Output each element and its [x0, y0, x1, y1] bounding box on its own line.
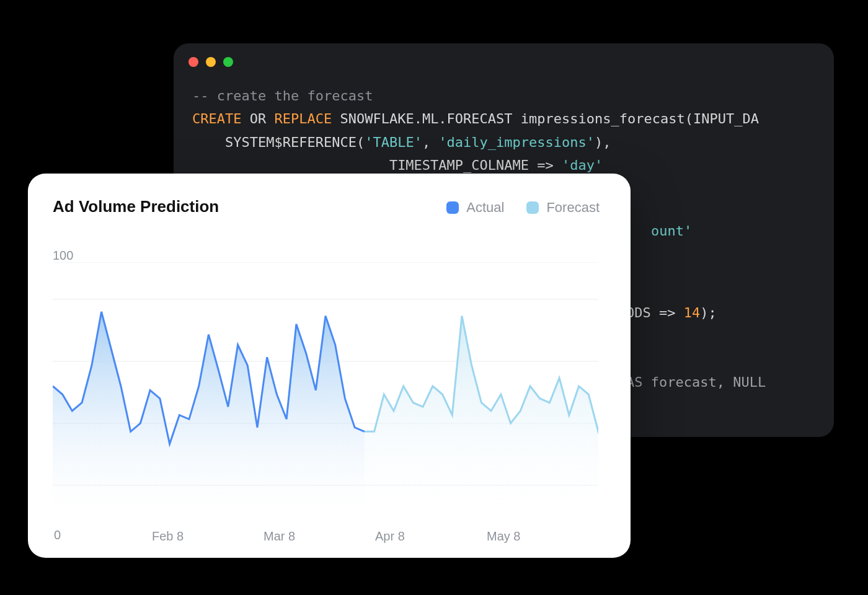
legend-label: Forecast — [546, 200, 600, 216]
legend-forecast: Forecast — [526, 200, 600, 216]
chart-card: Ad Volume Prediction Actual Forecast 100 — [28, 174, 631, 558]
minimize-icon[interactable] — [206, 57, 216, 67]
x-axis: Feb 8 Mar 8 Apr 8 May 8 — [53, 529, 598, 544]
legend-swatch-icon — [526, 201, 539, 214]
chart-plot: 100 — [53, 245, 606, 511]
actual-area — [53, 312, 365, 510]
legend-swatch-icon — [446, 201, 459, 214]
y-tick-label: 100 — [53, 249, 73, 263]
x-tick-label: Apr 8 — [375, 529, 487, 544]
forecast-area — [365, 316, 598, 510]
window-controls — [174, 43, 834, 67]
zoom-icon[interactable] — [223, 57, 233, 67]
legend-label: Actual — [466, 200, 504, 216]
legend-actual: Actual — [446, 200, 504, 216]
chart-legend: Actual Forecast — [446, 200, 600, 216]
x-tick-label: Mar 8 — [264, 529, 375, 544]
x-tick-label: Feb 8 — [152, 529, 264, 544]
code-fragment: ount' — [651, 223, 692, 239]
close-icon[interactable] — [188, 57, 198, 67]
code-comment: -- create the forecast — [192, 88, 373, 104]
code-fragment: AS forecast, NULL — [626, 374, 774, 390]
x-tick-label: May 8 — [487, 529, 598, 544]
chart-svg — [53, 262, 598, 510]
